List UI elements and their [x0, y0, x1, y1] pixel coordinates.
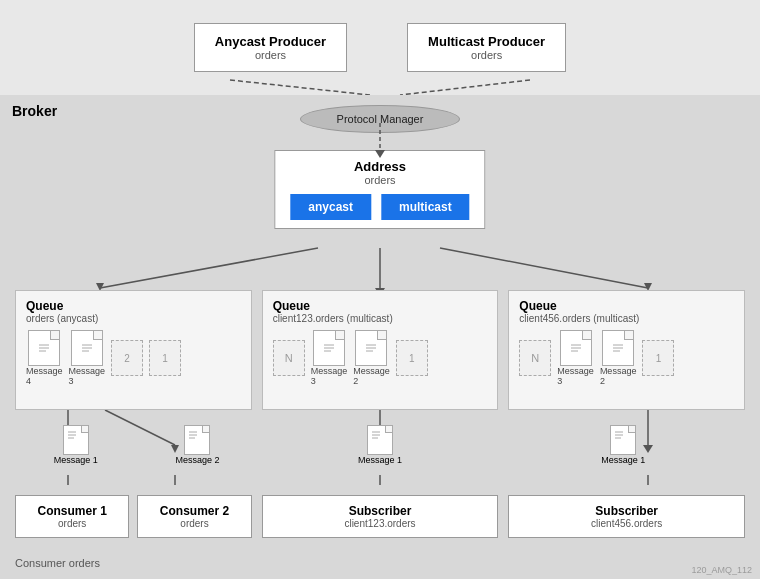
- top-connector-svg: [0, 0, 760, 95]
- multicast-producer-box: Multicast Producer orders: [407, 23, 566, 72]
- consumer1-title: Consumer 1: [28, 504, 116, 518]
- protocol-manager: Protocol Manager: [300, 105, 460, 133]
- msg-label-4: Message4: [26, 366, 63, 386]
- msg-label-3a: Message3: [69, 366, 106, 386]
- consumer2-subtitle: orders: [150, 518, 238, 529]
- delivery-doc-1: [63, 425, 89, 455]
- msg-label-3b: Message3: [311, 366, 348, 386]
- queue-client123: Queue client123.orders (multicast) N Mes…: [262, 290, 499, 410]
- consumer1-wrapper: Consumer 1 orders: [15, 495, 129, 538]
- svg-line-4: [100, 248, 318, 288]
- queue-anycast-title: Queue: [26, 299, 241, 313]
- msg-label-2b: Message2: [353, 366, 390, 386]
- msg-doc-1b: 1: [396, 340, 428, 376]
- subscriber-client123-box: Subscriber client123.orders: [262, 495, 499, 538]
- queue-client456: Queue client456.orders (multicast) N Mes…: [508, 290, 745, 410]
- msg-icon-1a: 1: [149, 340, 181, 376]
- protocol-manager-label: Protocol Manager: [337, 113, 424, 125]
- msg-icon-2c: Message2: [600, 330, 637, 386]
- msg-icon-3b: Message3: [311, 330, 348, 386]
- address-box: Address orders anycast multicast: [274, 150, 485, 229]
- msg-doc-n2: N: [519, 340, 551, 376]
- msg-doc-3b: [313, 330, 345, 366]
- delivery-msg-2: Message 2: [175, 425, 219, 465]
- anycast-button[interactable]: anycast: [290, 194, 371, 220]
- consumer-orders-label: Consumer orders: [15, 557, 100, 569]
- queue-anycast: Queue orders (anycast) Message4 Message3…: [15, 290, 252, 410]
- anycast-producer-subtitle: orders: [215, 49, 326, 61]
- svg-line-1: [400, 80, 530, 95]
- msg-doc-3a: [71, 330, 103, 366]
- consumer1-box: Consumer 1 orders: [15, 495, 129, 538]
- queue-anycast-messages: Message4 Message3 2 1: [26, 330, 241, 386]
- multicast-button[interactable]: multicast: [381, 194, 470, 220]
- delivery-msg-2-label: Message 2: [175, 455, 219, 465]
- queue-client456-subtitle: client456.orders (multicast): [519, 313, 734, 324]
- delivery-msg-1-label: Message 1: [54, 455, 98, 465]
- multicast-producer-title: Multicast Producer: [428, 34, 545, 49]
- delivery-msg-4: Message 1: [601, 425, 645, 465]
- msg-doc-2a: 2: [111, 340, 143, 376]
- producers-area: Anycast Producer orders Multicast Produc…: [0, 0, 760, 95]
- queue-client123-title: Queue: [273, 299, 488, 313]
- broker-label: Broker: [12, 103, 57, 119]
- queue-anycast-subtitle: orders (anycast): [26, 313, 241, 324]
- msg-doc-n1: N: [273, 340, 305, 376]
- consumer2-title: Consumer 2: [150, 504, 238, 518]
- address-subtitle: orders: [290, 174, 469, 186]
- msg-icon-1c: 1: [642, 340, 674, 376]
- consumer2-wrapper: Consumer 2 orders: [137, 495, 251, 538]
- consumers-row: Consumer 1 orders Consumer 2 orders Subs…: [15, 495, 745, 538]
- watermark: 120_AMQ_112: [691, 565, 752, 575]
- queue-client123-messages: N Message3 Message2 1: [273, 330, 488, 386]
- msg-doc-3c: [560, 330, 592, 366]
- subscriber-client456-title: Subscriber: [521, 504, 732, 518]
- msg-doc-1a: 1: [149, 340, 181, 376]
- broker-area: Broker Protocol Manager Address orders a…: [0, 95, 760, 579]
- delivery-msg-1: Message 1: [54, 425, 98, 465]
- multicast-producer-subtitle: orders: [428, 49, 545, 61]
- msg-label-3c: Message3: [557, 366, 594, 386]
- msg-doc-2c: [602, 330, 634, 366]
- subscriber-client123-title: Subscriber: [275, 504, 486, 518]
- msg-icon-2a: 2: [111, 340, 143, 376]
- delivery-msg-4-label: Message 1: [601, 455, 645, 465]
- anycast-producer-box: Anycast Producer orders: [194, 23, 347, 72]
- anycast-producer-title: Anycast Producer: [215, 34, 326, 49]
- subscriber-client123-subtitle: client123.orders: [275, 518, 486, 529]
- svg-line-8: [440, 248, 648, 288]
- consumer2-box: Consumer 2 orders: [137, 495, 251, 538]
- msg-icon-1b: 1: [396, 340, 428, 376]
- msg-doc-1c: 1: [642, 340, 674, 376]
- subscriber-client123-wrapper: Subscriber client123.orders: [262, 495, 499, 538]
- queues-row: Queue orders (anycast) Message4 Message3…: [0, 290, 760, 410]
- consumer1-subtitle: orders: [28, 518, 116, 529]
- msg-label-2c: Message2: [600, 366, 637, 386]
- delivery-doc-3: [367, 425, 393, 455]
- mid-delivery: Message 1: [258, 425, 501, 465]
- queue-client123-subtitle: client123.orders (multicast): [273, 313, 488, 324]
- subscriber-client456-subtitle: client456.orders: [521, 518, 732, 529]
- svg-line-0: [230, 80, 370, 95]
- consumers-anycast: Consumer 1 orders Consumer 2 orders: [15, 495, 252, 538]
- msg-doc-4: [28, 330, 60, 366]
- delivery-msg-3-label: Message 1: [358, 455, 402, 465]
- delivery-doc-4: [610, 425, 636, 455]
- subscriber-client456-wrapper: Subscriber client456.orders: [508, 495, 745, 538]
- queue-client456-title: Queue: [519, 299, 734, 313]
- msg-icon-n2: N: [519, 340, 551, 376]
- msg-icon-3c: Message3: [557, 330, 594, 386]
- msg-icon-3a: Message3: [69, 330, 106, 386]
- address-title: Address: [290, 159, 469, 174]
- msg-doc-2b: [355, 330, 387, 366]
- msg-icon-n1: N: [273, 340, 305, 376]
- routing-buttons: anycast multicast: [290, 194, 469, 220]
- subscriber-client456-box: Subscriber client456.orders: [508, 495, 745, 538]
- delivery-area: Message 1 Message 2 Message 1: [15, 425, 745, 465]
- right-delivery: Message 1: [502, 425, 745, 465]
- delivery-doc-2: [184, 425, 210, 455]
- msg-icon-2b: Message2: [353, 330, 390, 386]
- queue-client456-messages: N Message3 Message2 1: [519, 330, 734, 386]
- left-delivery: Message 1 Message 2: [15, 425, 258, 465]
- msg-icon-4: Message4: [26, 330, 63, 386]
